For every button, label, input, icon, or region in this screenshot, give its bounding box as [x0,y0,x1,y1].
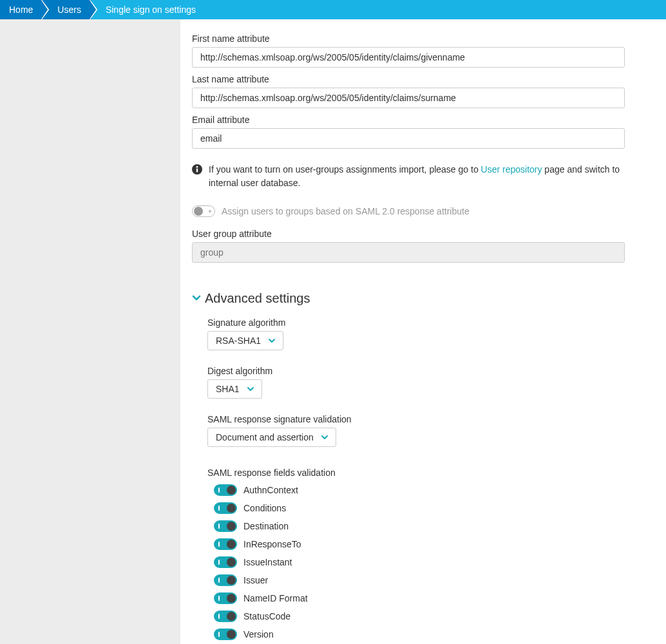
validation-toggle[interactable] [214,611,237,622]
user-group-attribute-label: User group attribute [192,229,625,239]
breadcrumb-users[interactable]: Users [43,0,91,19]
left-sidebar [0,19,180,644]
validation-item: Conditions [214,502,625,514]
validation-label: NameID Format [243,593,308,603]
validation-toggle[interactable] [214,592,237,604]
validation-toggle[interactable] [214,629,237,640]
breadcrumb-label: Home [9,5,33,15]
validation-toggle[interactable] [214,520,237,532]
main-content: First name attribute Last name attribute… [180,19,644,644]
saml-signature-validation-select[interactable]: Document and assertion [207,428,336,447]
user-repository-link[interactable]: User repository [481,164,542,175]
validation-item: Version [214,629,625,640]
assign-groups-toggle [192,205,215,217]
validation-list: AuthnContextConditionsDestinationInRespo… [207,484,625,640]
chevron-down-icon [321,434,328,441]
email-attribute-label: Email attribute [192,115,625,125]
validation-label: InResponseTo [243,539,301,549]
breadcrumb-home[interactable]: Home [0,0,43,19]
saml-signature-validation-label: SAML response signature validation [207,414,625,424]
validation-item: NameID Format [214,592,625,604]
user-group-attribute-input [192,242,625,263]
validation-toggle[interactable] [214,502,237,514]
digest-algorithm-select[interactable]: SHA1 [207,379,262,399]
validation-label: Conditions [243,503,286,513]
validation-label: Version [243,629,274,639]
signature-algorithm-select[interactable]: RSA-SHA1 [207,331,283,350]
validation-label: Destination [243,521,289,531]
last-name-attribute-input[interactable] [192,88,625,108]
chevron-right-icon [41,0,50,19]
assign-groups-toggle-label: Assign users to groups based on SAML 2.0… [222,206,470,216]
info-text: If you want to turn on user-groups assig… [209,163,625,190]
chevron-right-icon [90,0,99,19]
chevron-down-icon [192,293,201,304]
breadcrumb: Home Users Single sign on settings [0,0,666,19]
validation-label: IssueInstant [243,557,292,567]
validation-label: Issuer [243,575,268,585]
validation-item: Destination [214,520,625,532]
info-message: If you want to turn on user-groups assig… [192,163,625,190]
saml-fields-validation-label: SAML response fields validation [207,468,625,478]
svg-rect-2 [196,169,198,173]
validation-item: IssueInstant [214,556,625,568]
select-value: SHA1 [216,384,240,394]
chevron-down-icon [247,386,254,393]
first-name-attribute-input[interactable] [192,47,625,68]
breadcrumb-current: Single sign on settings [91,0,666,19]
validation-toggle[interactable] [214,484,237,496]
first-name-attribute-label: First name attribute [192,33,625,44]
info-icon [192,164,202,175]
email-attribute-input[interactable] [192,128,625,149]
chevron-down-icon [269,337,275,345]
digest-algorithm-label: Digest algorithm [207,366,625,376]
advanced-settings-title: Advanced settings [205,291,310,306]
assign-groups-toggle-row: Assign users to groups based on SAML 2.0… [192,205,625,217]
signature-algorithm-label: Signature algorithm [207,317,625,328]
validation-label: AuthnContext [243,485,298,495]
svg-point-1 [196,166,198,168]
advanced-settings-header[interactable]: Advanced settings [192,291,625,306]
breadcrumb-label: Single sign on settings [106,5,196,15]
select-value: Document and assertion [216,432,314,442]
last-name-attribute-label: Last name attribute [192,74,625,84]
validation-toggle[interactable] [214,538,237,550]
validation-toggle[interactable] [214,556,237,568]
select-value: RSA-SHA1 [216,336,261,346]
validation-item: Issuer [214,574,625,586]
validation-item: InResponseTo [214,538,625,550]
breadcrumb-label: Users [57,5,81,15]
validation-toggle[interactable] [214,574,237,586]
validation-item: StatusCode [214,611,625,622]
validation-item: AuthnContext [214,484,625,496]
validation-label: StatusCode [243,611,290,621]
